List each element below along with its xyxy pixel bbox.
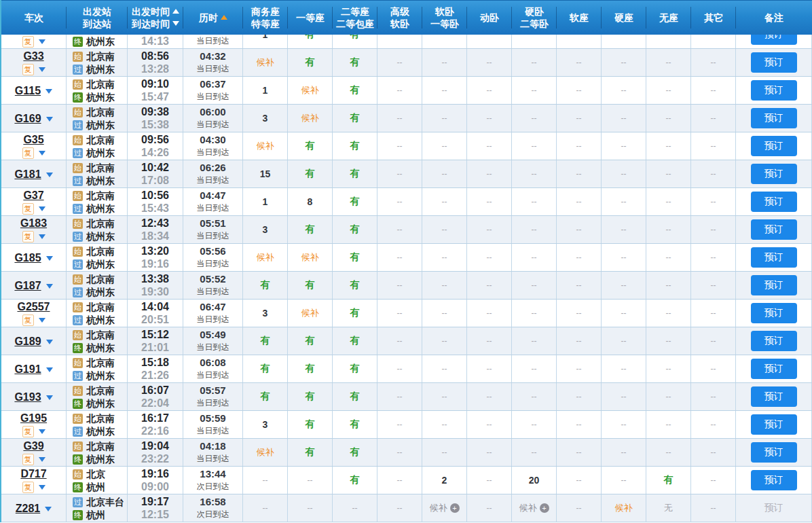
train-number-link[interactable]: G185 — [14, 252, 41, 264]
train-number-link[interactable]: G183 — [20, 217, 47, 229]
departure-station: 北京南 — [86, 246, 115, 257]
train-number-link[interactable]: G195 — [20, 412, 47, 424]
book-button[interactable]: 预订 — [751, 275, 797, 295]
expand-arrow-icon[interactable] — [39, 234, 45, 239]
expand-arrow-icon[interactable] — [39, 485, 45, 490]
origin-badge: 始 — [73, 247, 83, 257]
book-button[interactable]: 预订 — [751, 136, 797, 156]
book-button[interactable]: 预订 — [751, 35, 797, 45]
seat-status: 有 — [350, 112, 360, 124]
seat-cell-hard-seat: -- — [602, 105, 646, 132]
expand-arrow-icon[interactable] — [46, 284, 53, 289]
expand-arrow-icon[interactable] — [39, 429, 45, 434]
arrival-station: 杭州东 — [86, 36, 115, 47]
book-button[interactable]: 预订 — [751, 108, 797, 128]
book-button[interactable]: 预订 — [751, 80, 797, 101]
train-number-link[interactable]: G187 — [14, 280, 41, 291]
train-number-link[interactable]: G169 — [14, 113, 41, 124]
expand-arrow-icon[interactable] — [39, 151, 45, 156]
col-header-emu-sleeper: 动卧 — [467, 1, 512, 35]
arrival-time: 21:01 — [141, 341, 169, 354]
book-button[interactable]: 预订 — [751, 52, 797, 73]
train-number-link[interactable]: G37 — [23, 190, 43, 201]
sort-desc-icon[interactable] — [172, 21, 179, 26]
seat-cell-hard-seat: -- — [602, 383, 646, 410]
seat-cell-other: -- — [691, 244, 736, 271]
train-number-link[interactable]: G35 — [23, 134, 43, 145]
expand-arrow-icon[interactable] — [39, 206, 45, 211]
arrival-time: 19:16 — [141, 257, 169, 270]
expand-arrow-icon[interactable] — [39, 457, 45, 462]
train-number-link[interactable]: G33 — [23, 50, 43, 62]
departure-station: 北京南 — [86, 385, 115, 396]
expand-arrow-icon[interactable] — [45, 507, 52, 511]
seat-status: -- — [487, 113, 492, 123]
seat-cell-hard-sleeper: -- — [512, 77, 557, 104]
seat-status: -- — [397, 364, 403, 374]
sort-asc-icon[interactable] — [221, 15, 227, 20]
seat-cell-first-class: 有 — [288, 439, 333, 466]
train-number-link[interactable]: G189 — [14, 336, 41, 347]
expand-arrow-icon[interactable] — [46, 395, 53, 400]
col-header-times[interactable]: 出发时间到达时间 — [128, 1, 183, 35]
seat-cell-premium-soft-sleeper: -- — [377, 160, 422, 187]
sort-asc-icon[interactable] — [172, 9, 179, 14]
seat-cell-business-premium: 候补 — [243, 49, 288, 76]
expand-arrow-icon[interactable] — [46, 340, 53, 344]
train-number-link[interactable]: G115 — [15, 85, 41, 96]
seat-cell-no-seat: 有 — [646, 467, 691, 494]
book-button[interactable]: 预订 — [751, 303, 797, 323]
remarks-cell: 预订 — [736, 300, 812, 327]
candidate-plus-icon[interactable]: + — [450, 503, 460, 513]
train-badge-line: 复 — [22, 313, 45, 326]
book-button[interactable]: 预订 — [751, 359, 797, 379]
origin-badge: 始 — [73, 79, 83, 90]
train-number-link[interactable]: G191 — [14, 363, 41, 375]
seat-cell-first-class: 候补 — [288, 105, 333, 132]
book-button[interactable]: 预订 — [751, 219, 797, 240]
book-button[interactable]: 预订 — [751, 164, 797, 184]
seat-cell-no-seat: -- — [646, 327, 691, 355]
seat-status: -- — [711, 281, 716, 290]
expand-arrow-icon[interactable] — [46, 256, 53, 261]
train-number-link[interactable]: G193 — [14, 391, 41, 403]
seat-cell-hard-sleeper — [512, 35, 557, 48]
candidate-plus-icon[interactable]: + — [540, 503, 549, 513]
seat-status: 有 — [350, 140, 360, 152]
seat-cell-soft-seat: -- — [557, 439, 602, 466]
seat-status: -- — [711, 475, 716, 485]
train-number-link[interactable]: G181 — [14, 168, 41, 180]
expand-arrow-icon[interactable] — [39, 39, 45, 44]
departure-station: 北京南 — [86, 134, 115, 145]
expand-arrow-icon[interactable] — [46, 173, 53, 177]
train-number-link[interactable]: Z281 — [16, 503, 40, 514]
train-row: 复 终杭州东 14:13 当日到达1有有预订 — [1, 35, 812, 48]
stations-cell: 始北京南过杭州东 — [67, 411, 128, 438]
train-number-link[interactable]: D717 — [20, 468, 46, 480]
duration-time: 05:51 — [200, 217, 225, 230]
expand-arrow-icon[interactable] — [46, 367, 53, 372]
book-button[interactable]: 预订 — [751, 470, 797, 490]
seat-cell-first-class: 有 — [288, 272, 333, 299]
expand-arrow-icon[interactable] — [45, 89, 52, 94]
col-header-duration[interactable]: 历时 — [183, 1, 243, 35]
book-button[interactable]: 预订 — [751, 331, 797, 351]
train-number-line: G181 — [14, 168, 52, 181]
arrival-time: 13:28 — [141, 62, 169, 75]
book-button[interactable]: 预订 — [751, 386, 797, 407]
seat-status: -- — [487, 281, 492, 290]
train-number-link[interactable]: G2557 — [17, 301, 50, 312]
expand-arrow-icon[interactable] — [39, 318, 45, 323]
expand-arrow-icon[interactable] — [39, 67, 45, 72]
train-row: G181始北京南过杭州东10:4217:0806:26当日到达15有有-----… — [1, 160, 812, 188]
book-button[interactable]: 预订 — [751, 247, 797, 268]
book-button[interactable]: 预订 — [751, 442, 797, 463]
book-button[interactable]: 预订 — [751, 414, 797, 435]
train-number-link[interactable]: G39 — [23, 440, 43, 452]
col-header-stations: 出发站到达站 — [67, 1, 128, 35]
expand-arrow-icon[interactable] — [46, 117, 53, 122]
col-header-other: 其它 — [691, 1, 736, 35]
book-button[interactable]: 预订 — [751, 192, 797, 212]
train-badge-line: 复 — [22, 425, 45, 437]
seat-status: -- — [442, 281, 447, 290]
